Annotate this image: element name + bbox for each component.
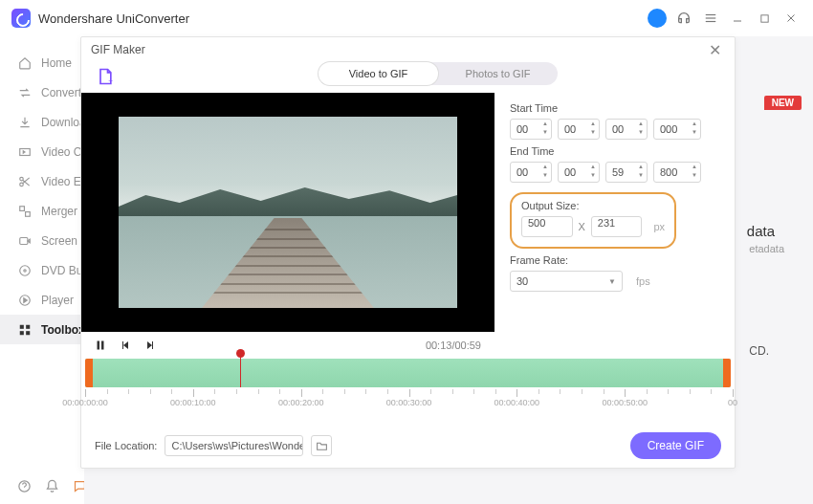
video-preview: 00:13/00:59 <box>81 93 494 359</box>
sidebar-item-label: Converter <box>41 86 84 99</box>
open-folder-button[interactable] <box>311 435 332 456</box>
output-size-label: Output Size: <box>521 200 665 211</box>
sidebar: Home Converter Downloader Video Compress… <box>0 36 84 504</box>
sidebar-item-editor[interactable]: Video Editor <box>0 166 84 196</box>
modal-footer: File Location: C:\Users\ws\Pictures\Wond… <box>81 424 735 468</box>
converter-icon <box>17 85 32 99</box>
tick-label: 00:00:30:00 <box>386 398 432 407</box>
timeline-ruler: 00:00:00:0000:00:10:0000:00:20:0000:00:3… <box>85 389 731 410</box>
file-location-select[interactable]: C:\Users\ws\Pictures\Wonders ▼ <box>165 435 303 456</box>
framerate-label: Frame Rate: <box>510 254 721 266</box>
svg-rect-16 <box>19 324 23 328</box>
toolbox-icon <box>17 322 32 337</box>
end-seconds[interactable]: 59▲▼ <box>605 162 648 183</box>
sidebar-item-toolbox[interactable]: Toolbox <box>0 315 84 344</box>
sidebar-item-downloader[interactable]: Downloader <box>0 107 84 137</box>
playback-controls: 00:13/00:59 <box>81 332 494 359</box>
maximize-button[interactable] <box>754 8 775 29</box>
modal-title: GIF Maker <box>91 43 145 56</box>
app-title: Wondershare UniConverter <box>38 11 189 26</box>
minimize-button[interactable] <box>727 8 748 29</box>
app-logo <box>11 9 31 28</box>
start-hours[interactable]: 00▲▼ <box>510 119 552 140</box>
svg-rect-18 <box>19 331 23 335</box>
create-gif-button[interactable]: Create GIF <box>630 432 721 459</box>
svg-rect-10 <box>19 206 24 210</box>
sidebar-item-home[interactable]: Home <box>0 48 84 77</box>
pause-button[interactable] <box>95 340 106 351</box>
tick-label: 00:00:20:00 <box>278 398 324 407</box>
svg-rect-12 <box>19 237 27 244</box>
next-frame-button[interactable] <box>144 340 156 351</box>
end-hours[interactable]: 00▲▼ <box>510 162 552 183</box>
sidebar-item-merger[interactable]: Merger <box>0 196 84 226</box>
trim-handle-start[interactable] <box>85 359 93 387</box>
sidebar-item-label: Downloader <box>41 116 84 129</box>
end-ms[interactable]: 800▲▼ <box>653 162 701 183</box>
gif-settings: Start Time 00▲▼ 00▲▼ 00▲▼ 000▲▼ End Time… <box>510 93 721 359</box>
video-frame[interactable] <box>81 93 494 332</box>
svg-rect-17 <box>26 324 30 328</box>
timeline: 00:00:00:0000:00:10:0000:00:20:0000:00:3… <box>81 359 735 414</box>
new-badge: NEW <box>764 96 802 110</box>
sidebar-item-label: DVD Burner <box>41 264 84 277</box>
sidebar-item-recorder[interactable]: Screen Recorder <box>0 226 84 255</box>
menu-icon[interactable] <box>700 8 721 29</box>
end-time-label: End Time <box>510 145 721 157</box>
sidebar-item-converter[interactable]: Converter <box>0 77 84 107</box>
disc-icon <box>17 263 32 277</box>
tick-label: 00 <box>728 398 737 407</box>
sidebar-item-label: Merger <box>41 205 77 218</box>
end-minutes[interactable]: 00▲▼ <box>558 162 600 183</box>
sidebar-footer <box>0 468 87 504</box>
svg-rect-19 <box>26 331 30 335</box>
help-icon[interactable] <box>17 479 32 493</box>
add-file-button[interactable]: + <box>95 66 116 87</box>
playhead[interactable] <box>240 351 241 387</box>
mode-switch: Video to GIF Photos to GIF <box>319 62 558 85</box>
trim-handle-end[interactable] <box>723 359 731 387</box>
tab-photos-to-gif[interactable]: Photos to GIF <box>438 62 558 85</box>
bg-text-3: CD. <box>749 344 769 358</box>
account-avatar[interactable] <box>647 8 668 29</box>
svg-rect-11 <box>25 211 30 216</box>
tick-label: 00:00:50:00 <box>602 398 648 407</box>
chevron-down-icon: ▼ <box>608 277 616 286</box>
sidebar-item-dvd[interactable]: DVD Burner <box>0 255 84 285</box>
bg-text-2: etadata <box>749 243 784 254</box>
start-time-label: Start Time <box>510 102 721 114</box>
tick-label: 00:00:00:00 <box>62 398 108 407</box>
file-location-label: File Location: <box>95 440 157 451</box>
bg-text-1: data <box>747 223 775 239</box>
close-button[interactable] <box>780 8 802 29</box>
gif-maker-panel: GIF Maker ✕ + Video to GIF Photos to GIF <box>80 36 736 469</box>
sidebar-item-label: Video Compressor <box>41 145 84 159</box>
size-separator: X <box>579 221 585 232</box>
tab-video-to-gif[interactable]: Video to GIF <box>319 62 438 85</box>
svg-point-14 <box>23 269 25 271</box>
sidebar-item-label: Toolbox <box>41 323 84 337</box>
sidebar-item-label: Screen Recorder <box>41 234 84 248</box>
start-ms[interactable]: 000▲▼ <box>653 119 701 140</box>
output-width-input[interactable]: 500 <box>521 216 573 237</box>
framerate-select[interactable]: 30 ▼ <box>510 271 623 292</box>
timeline-track[interactable] <box>85 359 731 387</box>
sidebar-item-label: Player <box>41 294 74 307</box>
tick-label: 00:00:40:00 <box>494 398 540 407</box>
start-seconds[interactable]: 00▲▼ <box>605 119 648 140</box>
svg-rect-4 <box>760 14 767 21</box>
output-height-input[interactable]: 231 <box>591 216 643 237</box>
spin-down-icon: ▼ <box>540 129 550 138</box>
bell-icon[interactable] <box>45 479 59 493</box>
svg-text:+: + <box>108 77 113 86</box>
support-icon[interactable] <box>673 8 694 29</box>
prev-frame-button[interactable] <box>120 340 131 351</box>
sidebar-item-player[interactable]: Player <box>0 285 84 315</box>
merge-icon <box>17 204 32 218</box>
sidebar-item-compressor[interactable]: Video Compressor <box>0 137 84 166</box>
titlebar: Wondershare UniConverter <box>0 0 813 36</box>
modal-close-button[interactable]: ✕ <box>705 41 725 59</box>
svg-rect-22 <box>98 341 100 350</box>
scissors-icon <box>17 174 32 188</box>
start-minutes[interactable]: 00▲▼ <box>558 119 600 140</box>
